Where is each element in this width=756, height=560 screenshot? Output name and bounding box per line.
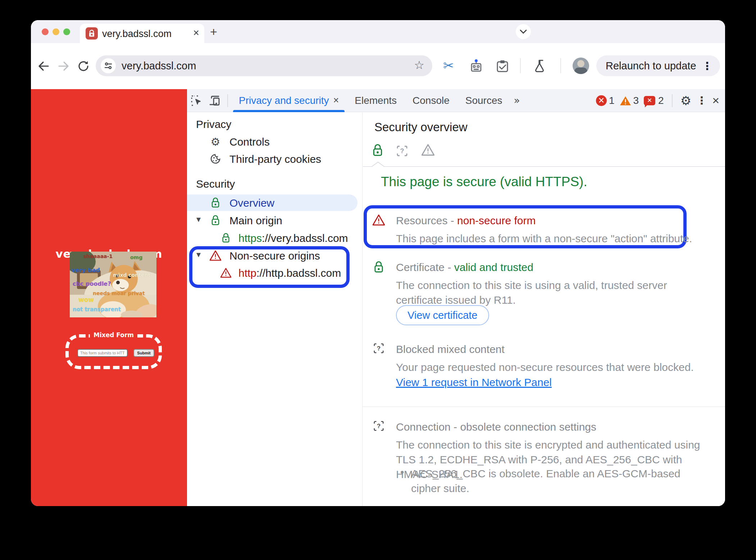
overview-divider bbox=[363, 166, 725, 167]
sidebar-item-non-secure-origins[interactable]: ▾ Non-secure origins bbox=[187, 247, 363, 264]
expand-caret-icon[interactable]: ▾ bbox=[196, 214, 201, 224]
tab-privacy-and-security[interactable]: Privacy and security × bbox=[231, 89, 347, 112]
panel-title: Security overview bbox=[374, 120, 468, 134]
doge-word: cbc poodle? bbox=[73, 280, 111, 287]
tab-close-icon[interactable]: × bbox=[193, 27, 199, 39]
tab-sources[interactable]: Sources bbox=[457, 89, 510, 112]
back-icon[interactable] bbox=[37, 60, 50, 72]
warning-count: 3 bbox=[633, 95, 639, 106]
error-badge[interactable]: ✕ 1 bbox=[596, 95, 615, 106]
overview-mixed-content-icon[interactable]: ? bbox=[396, 145, 410, 159]
relaunch-label: Relaunch to update bbox=[606, 60, 696, 72]
tab-console[interactable]: Console bbox=[405, 89, 457, 112]
inspect-element-icon[interactable] bbox=[187, 89, 206, 112]
warning-badge[interactable]: 3 bbox=[620, 95, 639, 106]
bullet-icon: • bbox=[400, 466, 404, 478]
sidebar-item-overview[interactable]: Overview bbox=[187, 194, 363, 211]
toolbar-divider bbox=[560, 58, 561, 73]
gear-icon: ⚙ bbox=[209, 136, 222, 148]
mixed-form-submit-button[interactable]: Submit bbox=[133, 349, 154, 357]
secure-lock-icon bbox=[220, 232, 232, 244]
more-tabs-icon[interactable]: » bbox=[510, 95, 524, 106]
doge-meme-image: shaaaaa-1 omg very bad mixd content cbc … bbox=[70, 252, 156, 317]
connection-bullet-text: AES_256_CBC is obsolete. Enable an AES-G… bbox=[411, 466, 699, 496]
doge-word: not transparent bbox=[73, 306, 121, 313]
origin-url: https://very.badssl.com bbox=[238, 232, 348, 244]
view-network-request-link[interactable]: View 1 request in Network Panel bbox=[396, 376, 552, 389]
doge-word: needs moar privat bbox=[93, 290, 145, 296]
tab-elements[interactable]: Elements bbox=[347, 89, 405, 112]
tab-label: Privacy and security bbox=[239, 95, 329, 106]
panel-close-icon[interactable]: × bbox=[333, 95, 339, 106]
privacy-security-sidebar: Privacy ⚙ Controls Third-party cookies S… bbox=[187, 113, 363, 506]
sidebar-item-main-origin[interactable]: ▾ Main origin bbox=[187, 212, 363, 229]
reload-icon[interactable] bbox=[77, 60, 90, 73]
certificate-section-title: Certificate - valid and trusted bbox=[396, 261, 533, 274]
toolbar-divider bbox=[520, 58, 521, 73]
devtools-close-icon[interactable]: × bbox=[712, 93, 719, 107]
certificate-lock-icon bbox=[372, 261, 386, 274]
devtools-menu-kebab-icon[interactable]: ⋮ bbox=[696, 94, 707, 107]
mixed-form-input[interactable] bbox=[77, 349, 128, 357]
clipboard-check-icon[interactable] bbox=[495, 59, 510, 74]
webpage-viewport: very.badssl.com bbox=[31, 89, 187, 506]
section-title-prefix: Certificate - bbox=[396, 261, 454, 273]
expand-caret-icon[interactable]: ▾ bbox=[196, 249, 201, 260]
site-settings-icon[interactable] bbox=[101, 58, 116, 73]
devtools-panel: Privacy and security × Elements Console … bbox=[187, 89, 725, 506]
url-scheme: https bbox=[238, 232, 262, 244]
doge-word: wow bbox=[78, 296, 94, 303]
tabbar-divider bbox=[672, 94, 673, 107]
robot-icon[interactable] bbox=[468, 58, 484, 74]
devtools-status-badges: ✕ 1 3 ✕ 2 bbox=[596, 93, 725, 108]
insecure-warning-triangle-icon bbox=[209, 249, 222, 262]
secure-lock-icon bbox=[209, 197, 222, 209]
traffic-light-zoom[interactable] bbox=[63, 28, 70, 35]
traffic-light-minimize[interactable] bbox=[53, 28, 59, 35]
section-title-prefix: Resources - bbox=[396, 215, 457, 226]
error-icon: ✕ bbox=[596, 95, 607, 106]
overview-lock-icon[interactable] bbox=[371, 143, 384, 157]
relaunch-to-update-button[interactable]: Relaunch to update ⋮ bbox=[596, 55, 720, 76]
secure-lock-icon bbox=[209, 214, 222, 226]
browser-menu-kebab-icon[interactable]: ⋮ bbox=[702, 60, 713, 72]
sidebar-item-non-secure-url[interactable]: http://http.badssl.com bbox=[187, 265, 363, 281]
tab-label: Sources bbox=[465, 95, 502, 106]
tab-label: Elements bbox=[355, 95, 397, 106]
browser-toolbar: very.badssl.com ☆ ✂ bbox=[31, 43, 725, 89]
svg-text:?: ? bbox=[377, 423, 381, 430]
tab-search-chevron-icon[interactable] bbox=[516, 24, 531, 39]
new-tab-icon[interactable]: + bbox=[210, 26, 217, 37]
sidebar-item-label: Controls bbox=[229, 136, 270, 148]
traffic-light-close[interactable] bbox=[42, 28, 49, 35]
bookmark-star-icon[interactable]: ☆ bbox=[414, 58, 424, 72]
sidebar-item-controls[interactable]: ⚙ Controls bbox=[187, 133, 363, 150]
tab-strip: very.badssl.com × + bbox=[31, 20, 725, 43]
error-count: 1 bbox=[609, 95, 615, 106]
browser-tab[interactable]: very.badssl.com × bbox=[80, 24, 204, 43]
sidebar-item-main-origin-url[interactable]: https://very.badssl.com bbox=[187, 230, 363, 246]
view-certificate-button[interactable]: View certificate bbox=[396, 305, 489, 325]
sidebar-item-label: Overview bbox=[229, 197, 274, 209]
security-section-heading: Security bbox=[196, 178, 235, 190]
url-text[interactable]: very.badssl.com bbox=[122, 60, 196, 72]
flask-icon[interactable] bbox=[533, 58, 549, 74]
issues-badge[interactable]: ✕ 2 bbox=[644, 95, 664, 106]
sidebar-item-label: Main origin bbox=[229, 215, 282, 227]
profile-avatar[interactable] bbox=[573, 58, 589, 74]
warning-icon bbox=[620, 96, 631, 106]
cookie-icon bbox=[209, 153, 222, 165]
devtools-settings-gear-icon[interactable]: ⚙ bbox=[680, 93, 691, 108]
connection-section-title: Connection - obsolete connection setting… bbox=[396, 421, 596, 433]
tab-label: Console bbox=[413, 95, 450, 106]
svg-text:?: ? bbox=[377, 345, 381, 352]
overview-warning-icon[interactable] bbox=[421, 143, 435, 157]
device-toolbar-icon[interactable] bbox=[206, 89, 224, 112]
scissors-icon[interactable]: ✂ bbox=[443, 58, 454, 73]
tabbar-divider bbox=[227, 94, 228, 107]
address-bar[interactable]: very.badssl.com ☆ bbox=[96, 55, 432, 76]
issues-icon: ✕ bbox=[644, 96, 655, 105]
sidebar-item-third-party-cookies[interactable]: Third-party cookies bbox=[187, 151, 363, 167]
privacy-section-heading: Privacy bbox=[196, 118, 231, 130]
forward-icon[interactable] bbox=[58, 60, 70, 72]
